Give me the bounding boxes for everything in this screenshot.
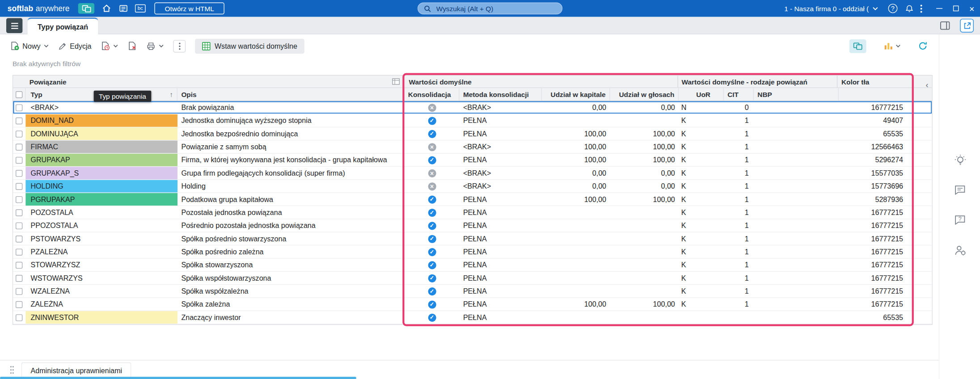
open-in-html-button[interactable]: Otwórz w HTML xyxy=(154,3,225,15)
panels-icon[interactable] xyxy=(78,3,94,14)
table-row[interactable]: WSTOWARZYSSpółka współstowarzyszonaPEŁNA… xyxy=(13,272,932,285)
row-checkbox[interactable] xyxy=(16,261,22,268)
konsolidacja-cell xyxy=(404,154,459,166)
row-checkbox[interactable] xyxy=(16,196,22,202)
filler-cell xyxy=(913,219,932,232)
chevron-down-icon xyxy=(44,44,49,47)
filler-cell xyxy=(913,167,932,179)
tab-bar: Typy powiązań xyxy=(0,17,980,34)
chart-button[interactable] xyxy=(884,42,901,50)
glosy-cell xyxy=(610,311,679,324)
minimize-button[interactable] xyxy=(931,0,947,17)
global-search xyxy=(418,3,562,15)
row-checkbox[interactable] xyxy=(16,209,22,216)
history-button[interactable] xyxy=(101,41,118,51)
tab-typy-powiazan[interactable]: Typy powiązań xyxy=(28,17,98,34)
column-header-opis[interactable]: Opis xyxy=(177,88,404,101)
table-row[interactable]: POZOSTALAPozostała jednostka powiązanaPE… xyxy=(13,206,932,219)
row-checkbox[interactable] xyxy=(16,235,22,242)
kolor-tla-cell: 16777215 xyxy=(839,259,913,271)
more-actions-icon[interactable] xyxy=(173,40,186,52)
row-checkbox[interactable] xyxy=(16,104,22,111)
layout-panel-icon[interactable] xyxy=(940,21,950,30)
bc-badge-icon[interactable]: bc xyxy=(135,4,145,13)
row-checkbox[interactable] xyxy=(16,274,22,281)
refresh-icon[interactable] xyxy=(918,41,928,51)
home-icon[interactable] xyxy=(102,4,111,13)
user-settings-icon[interactable] xyxy=(952,242,967,257)
chevron-left-icon[interactable]: ‹ xyxy=(925,80,928,89)
cit-cell: 1 xyxy=(724,206,754,219)
table-row[interactable]: ZNINWESTORZnaczący inwestorPEŁNA65535 xyxy=(13,311,932,324)
column-chooser-icon[interactable] xyxy=(392,78,400,85)
column-header-metoda[interactable]: Metoda konsolidacji xyxy=(460,88,542,101)
uor-cell: K xyxy=(679,127,724,140)
row-checkbox[interactable] xyxy=(16,170,22,177)
row-checkbox[interactable] xyxy=(16,117,22,124)
row-checkbox[interactable] xyxy=(16,183,22,190)
assistant-bulb-icon[interactable] xyxy=(952,152,967,168)
print-button[interactable] xyxy=(147,42,164,51)
help-icon[interactable]: ? xyxy=(888,4,898,13)
insert-defaults-button[interactable]: Wstaw wartości domyślne xyxy=(195,38,304,54)
maximize-button[interactable] xyxy=(947,0,963,17)
consolidation-check-icon xyxy=(428,248,436,256)
panels-toggle-icon[interactable] xyxy=(849,39,866,53)
column-header-glosy[interactable]: Udział w głosach xyxy=(610,88,679,101)
uor-cell: K xyxy=(679,167,724,179)
kebab-menu-icon[interactable] xyxy=(920,4,923,13)
nbp-cell xyxy=(754,167,839,179)
column-header-konsolidacja[interactable]: Konsolidacja xyxy=(404,88,459,101)
row-checkbox[interactable] xyxy=(16,222,22,229)
row-select-cell xyxy=(13,101,25,114)
table-row[interactable]: DOMINUJĄCAJednostka bezpośrednio dominuj… xyxy=(13,127,932,140)
drag-handle-icon[interactable] xyxy=(10,366,13,375)
row-select-cell xyxy=(13,154,25,166)
table-row[interactable]: DOMIN_NADJednostka dominująca wyższego s… xyxy=(13,114,932,127)
horizontal-scrollbar-thumb[interactable] xyxy=(0,377,356,379)
table-row[interactable]: PSTOWARZYSSpółka pośrednio stowarzyszona… xyxy=(13,232,932,245)
table-row[interactable]: STOWARZYSZSpółka stowarzyszonaPEŁNAK1167… xyxy=(13,259,932,272)
table-row[interactable]: <BRAK>Brak powiązania<BRAK>0,000,00N0167… xyxy=(13,101,932,114)
table-row[interactable]: PPOZOSTALAPośrednio pozostała jednostka … xyxy=(13,219,932,232)
table-row[interactable]: GRUPAKAP_SGrupa firm podlegających konso… xyxy=(13,167,932,180)
share-icon[interactable] xyxy=(960,19,974,33)
cit-cell: 0 xyxy=(724,101,754,114)
edit-button[interactable]: Edycja xyxy=(58,42,92,51)
table-row[interactable]: WZALEŻNASpółka współzależnaPEŁNAK1167772… xyxy=(13,285,932,298)
row-checkbox[interactable] xyxy=(16,301,22,307)
table-row[interactable]: HOLDINGHolding<BRAK>0,000,00K115773696 xyxy=(13,180,932,193)
table-row[interactable]: ZALEŻNASpółka zależnaPEŁNA100,00100,00K1… xyxy=(13,298,932,311)
hamburger-menu-icon[interactable] xyxy=(6,18,22,34)
row-checkbox[interactable] xyxy=(16,130,22,137)
company-selector[interactable]: 1 - Nasza firma 0 - oddział ( xyxy=(784,4,878,12)
row-checkbox[interactable] xyxy=(16,248,22,255)
table-row[interactable]: PGRUPAKAPPodatkowa grupa kapitałowaPEŁNA… xyxy=(13,193,932,206)
opis-cell: Powiązanie z samym sobą xyxy=(177,141,404,153)
table-row[interactable]: FIRMACPowiązanie z samym sobą<BRAK>100,0… xyxy=(13,141,932,154)
bell-icon[interactable] xyxy=(905,4,914,13)
chat-icon[interactable] xyxy=(952,182,967,198)
row-checkbox[interactable] xyxy=(16,314,22,320)
table-row[interactable]: PZALEŻNASpółka pośrednio zależnaPEŁNAK11… xyxy=(13,245,932,258)
cit-cell: 1 xyxy=(724,193,754,206)
select-all-checkbox[interactable] xyxy=(16,91,22,97)
help-chat-icon[interactable]: ? xyxy=(952,212,967,227)
kapital-cell: 100,00 xyxy=(542,127,610,140)
column-header-nbp[interactable]: NBP xyxy=(754,88,839,101)
new-document-icon xyxy=(10,41,19,51)
column-header-kapital[interactable]: Udział w kapitale xyxy=(542,88,610,101)
new-button[interactable]: Nowy xyxy=(10,41,48,51)
search-input[interactable] xyxy=(435,4,556,13)
news-icon[interactable] xyxy=(119,4,128,13)
row-checkbox[interactable] xyxy=(16,288,22,295)
column-header-cit[interactable]: CIT xyxy=(724,88,754,101)
row-checkbox[interactable] xyxy=(16,156,22,163)
row-checkbox[interactable] xyxy=(16,143,22,150)
delete-button[interactable] xyxy=(128,41,137,51)
column-header-uor[interactable]: UoR xyxy=(679,88,724,101)
table-row[interactable]: GRUPAKAPFirma, w której wykonywana jest … xyxy=(13,154,932,167)
close-button[interactable]: × xyxy=(964,0,980,17)
group-rodzaje-powiazan: Wartości domyślne - rodzaje powiązań xyxy=(678,76,837,88)
column-header-kolor-tla[interactable] xyxy=(839,88,913,101)
